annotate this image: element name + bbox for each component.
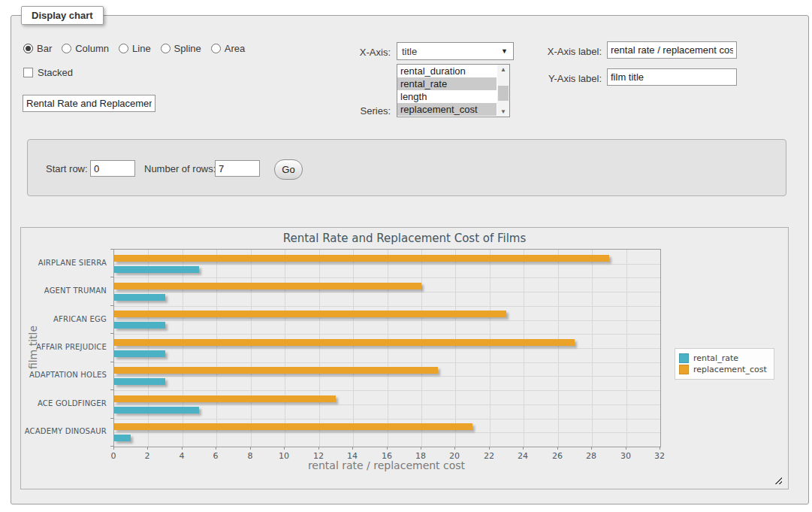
y-tick-mark (110, 305, 113, 306)
x-tick-mark (454, 447, 455, 450)
series-option-length[interactable]: length (397, 90, 497, 103)
legend-label: rental_rate (693, 353, 738, 363)
bar-replacement_cost (114, 283, 421, 289)
gridline (114, 348, 660, 349)
bar-rental_rate (114, 266, 199, 273)
x-tick-mark (387, 447, 388, 450)
radio-label: Bar (37, 43, 52, 54)
series-scrollbar[interactable]: ▲ ▼ (497, 65, 509, 117)
y-axis-label-input[interactable] (607, 68, 737, 86)
x-tick-mark (352, 447, 353, 450)
legend-item: rental_rate (679, 353, 767, 363)
chart-type-radio-line[interactable]: Line (119, 43, 151, 54)
category-label: AGENT TRUMAN (21, 286, 107, 295)
x-axis-select[interactable]: title ▼ (397, 42, 514, 60)
x-tick-mark (626, 447, 626, 450)
gridline (114, 306, 660, 307)
series-listbox[interactable]: rental_durationrental_ratelengthreplacem… (397, 64, 510, 117)
radio-icon[interactable] (119, 44, 128, 53)
series-option-replacement_cost[interactable]: replacement_cost (397, 103, 497, 116)
y-tick-mark (110, 249, 113, 250)
category-label: ACE GOLDFINGER (21, 399, 107, 407)
fieldset-legend: Display chart (21, 6, 104, 25)
stacked-label: Stacked (38, 67, 73, 78)
x-tick-mark (147, 447, 148, 450)
y-tick-mark (110, 389, 113, 390)
legend-label: replacement_cost (693, 365, 767, 374)
select-dropdown-arrow-icon: ▼ (501, 47, 508, 55)
gridline (114, 292, 660, 292)
chart-title: Rental Rate and Replacement Cost of Film… (21, 232, 788, 245)
y-axis-label-field-label: Y-Axis label: (534, 73, 602, 84)
bar-rental_rate (114, 294, 165, 301)
chart-type-radio-bar[interactable]: Bar (23, 43, 52, 54)
bar-rental_rate (114, 435, 131, 441)
row-range-panel: Start row: Number of rows: Go (27, 139, 786, 196)
chart-type-radio-area[interactable]: Area (211, 43, 245, 54)
x-axis-selected-value: title (402, 46, 417, 57)
x-tick-mark (557, 447, 558, 450)
gridline (114, 264, 660, 265)
stacked-checkbox[interactable] (23, 68, 33, 77)
radio-label: Line (132, 43, 151, 54)
scrollbar-down-icon[interactable]: ▼ (497, 107, 509, 117)
chart-plot-area (113, 249, 661, 447)
radio-icon[interactable] (211, 44, 221, 53)
legend-swatch (679, 353, 689, 363)
bar-rental_rate (114, 350, 165, 357)
number-of-rows-input[interactable] (215, 160, 260, 177)
radio-icon[interactable] (62, 44, 71, 53)
x-axis-label-field-label: X-Axis label: (534, 46, 602, 57)
legend-swatch (679, 365, 689, 374)
bar-replacement_cost (114, 255, 609, 262)
category-label: ACADEMY DINOSAUR (21, 427, 107, 435)
bar-replacement_cost (114, 367, 438, 374)
bar-replacement_cost (114, 339, 575, 346)
chart-title-input[interactable] (23, 95, 155, 112)
chart-type-radio-spline[interactable]: Spline (161, 43, 201, 54)
series-option-rental_rate[interactable]: rental_rate (397, 77, 497, 90)
y-tick-mark (110, 333, 113, 334)
x-tick-mark (523, 447, 524, 450)
chart-y-axis-title: film title (27, 326, 39, 369)
chart-legend: rental_ratereplacement_cost (675, 348, 774, 380)
y-tick-mark (110, 362, 113, 362)
gridline (114, 362, 660, 363)
x-tick-mark (489, 447, 490, 450)
x-axis-label-input[interactable] (607, 41, 737, 59)
gridline (114, 334, 660, 335)
series-option-rental_duration[interactable]: rental_duration (397, 65, 497, 77)
gridline (114, 404, 660, 405)
chart-type-radio-column[interactable]: Column (62, 43, 109, 54)
radio-icon[interactable] (23, 44, 33, 53)
stacked-checkbox-row[interactable]: Stacked (23, 67, 73, 78)
x-tick-mark (421, 447, 421, 450)
go-button[interactable]: Go (274, 159, 303, 180)
radio-label: Column (75, 43, 109, 54)
chart-x-axis-title: rental rate / replacement cost (113, 459, 660, 471)
gridline (114, 277, 660, 278)
start-row-input[interactable] (90, 160, 135, 177)
resize-grip-icon[interactable] (774, 476, 782, 484)
gridline (114, 320, 660, 321)
category-label: ADAPTATION HOLES (21, 371, 107, 379)
x-tick-mark (182, 447, 183, 450)
page: Display chart BarColumnLineSplineArea St… (0, 0, 812, 512)
bar-rental_rate (114, 378, 165, 385)
radio-icon[interactable] (161, 44, 171, 53)
x-tick-mark (591, 447, 592, 450)
gridline (114, 419, 660, 420)
x-tick-mark (216, 447, 216, 450)
y-tick-mark (110, 446, 113, 447)
bar-rental_rate (114, 322, 165, 329)
y-tick-mark (110, 418, 113, 419)
x-tick-mark (660, 447, 660, 450)
x-tick-mark (250, 447, 251, 450)
scrollbar-up-icon[interactable]: ▲ (497, 65, 509, 74)
bar-replacement_cost (114, 311, 506, 317)
x-axis-select-label: X-Axis: (323, 47, 391, 58)
scrollbar-thumb[interactable] (498, 86, 509, 101)
number-of-rows-label: Number of rows: (144, 163, 216, 174)
radio-label: Area (225, 43, 245, 54)
bar-replacement_cost (114, 395, 336, 402)
